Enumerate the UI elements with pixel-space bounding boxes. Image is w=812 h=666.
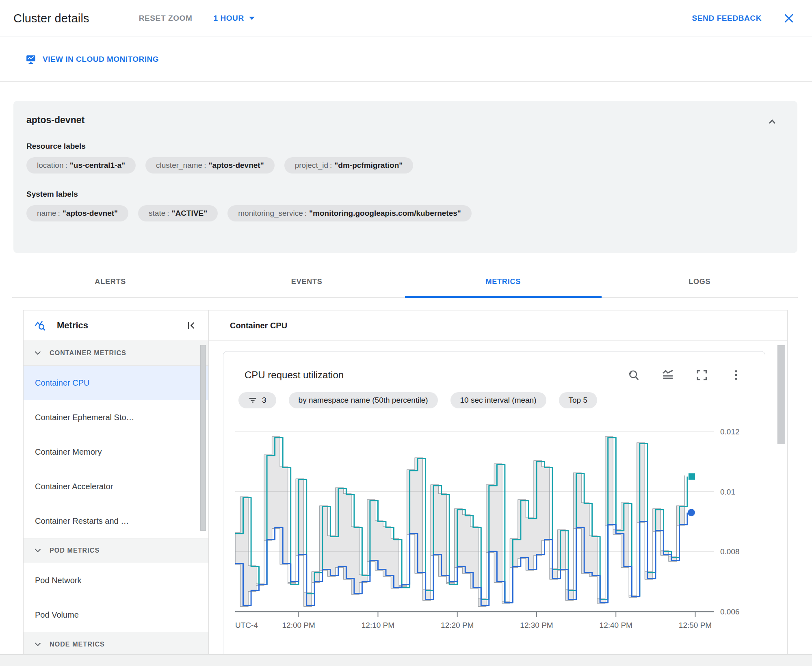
section-container-metrics[interactable]: CONTAINER METRICS [24, 341, 208, 366]
system-labels-row: name:"aptos-devnet" state:"ACTIVE" monit… [26, 205, 784, 221]
chevron-up-icon [767, 116, 778, 128]
sidebar-item-container-restarts[interactable]: Container Restarts and … [24, 504, 208, 538]
chart-card: CPU request utilization [223, 351, 765, 662]
view-in-cloud-monitoring-link[interactable]: VIEW IN CLOUD MONITORING [23, 54, 161, 65]
label-chip: cluster_name:"aptos-devnet" [145, 157, 275, 174]
top-n-chip[interactable]: Top 5 [559, 392, 597, 408]
time-range-button[interactable]: 1 HOUR [212, 11, 256, 25]
view-in-cloud-monitoring-label: VIEW IN CLOUD MONITORING [43, 55, 159, 64]
label-chip: location:"us-central1-a" [26, 157, 136, 174]
sidebar-item-container-accelerator[interactable]: Container Accelerator [24, 469, 208, 504]
chip-colon: : [65, 161, 67, 170]
chip-value: "dm-pcfmigration" [334, 161, 403, 170]
sidebar-item-container-memory[interactable]: Container Memory [24, 435, 208, 469]
interval-chip[interactable]: 10 sec interval (mean) [450, 392, 546, 408]
kebab-menu-icon [730, 369, 743, 382]
sidebar-item-pod-volume[interactable]: Pod Volume [24, 598, 208, 632]
chart-title: CPU request utilization [245, 369, 344, 381]
chart-filter-chips: 3 by namespace name (50th percentile) 10… [238, 392, 765, 408]
chip-value: "aptos-devnet" [208, 161, 264, 170]
fullscreen-button[interactable] [695, 369, 708, 382]
more-options-button[interactable] [730, 369, 743, 382]
chip-key: state [149, 209, 165, 218]
chip-colon: : [58, 209, 60, 218]
svg-text:12:20 PM: 12:20 PM [441, 621, 474, 629]
close-button[interactable] [780, 12, 797, 25]
detail-tabs: ALERTS EVENTS METRICS LOGS [12, 266, 798, 298]
svg-text:12:30 PM: 12:30 PM [520, 621, 553, 629]
tab-events[interactable]: EVENTS [209, 266, 405, 297]
filter-list-icon [248, 396, 257, 405]
resource-labels-heading: Resource labels [26, 142, 784, 151]
sidebar-scrollbar[interactable] [200, 345, 206, 531]
send-feedback-button[interactable]: SEND FEEDBACK [691, 11, 763, 25]
sidebar-title: Metrics [57, 320, 88, 331]
metrics-main-panel: Container CPU CPU request utilization [209, 310, 787, 662]
group-by-chip[interactable]: by namespace name (50th percentile) [289, 392, 438, 408]
chip-key: location [37, 161, 64, 170]
chip-key: project_id [295, 161, 328, 170]
section-label: NODE METRICS [50, 641, 105, 648]
chip-value: "us-central1-a" [70, 161, 125, 170]
sidebar-item-container-cpu[interactable]: Container CPU [24, 366, 208, 400]
cpu-utilization-chart[interactable]: 0.0120.010.0080.00612:00 PM12:10 PM12:20… [235, 426, 766, 633]
fullscreen-icon [695, 369, 708, 382]
collapse-left-icon [186, 320, 197, 331]
caret-down-icon [249, 17, 255, 20]
chip-value: "ACTIVE" [172, 209, 208, 218]
toggle-legend-button[interactable] [661, 369, 674, 382]
section-pod-metrics[interactable]: POD METRICS [24, 538, 208, 563]
reset-zoom-button[interactable]: RESET ZOOM [137, 11, 194, 25]
svg-text:12:50 PM: 12:50 PM [679, 621, 712, 629]
label-chip: name:"aptos-devnet" [26, 205, 128, 221]
legend-toggle-icon [661, 369, 674, 382]
chip-value: "monitoring.googleapis.com/kubernetes" [309, 209, 461, 218]
cluster-info-card: aptos-devnet Resource labels location:"u… [13, 101, 797, 253]
app-bar: Cluster details RESET ZOOM 1 HOUR SEND F… [0, 0, 812, 37]
svg-text:0.012: 0.012 [720, 427, 740, 436]
cluster-name: aptos-devnet [26, 115, 84, 126]
chip-colon: : [204, 161, 206, 170]
svg-text:0.008: 0.008 [720, 547, 740, 556]
selected-metric-header: Container CPU [209, 310, 787, 341]
tab-metrics[interactable]: METRICS [405, 266, 602, 297]
chip-colon: : [330, 161, 332, 170]
tab-alerts[interactable]: ALERTS [12, 266, 209, 297]
sidebar-item-pod-network[interactable]: Pod Network [24, 563, 208, 598]
chevron-down-icon [33, 546, 42, 555]
chip-key: name [37, 209, 56, 218]
svg-text:12:10 PM: 12:10 PM [362, 621, 394, 629]
metrics-content: Metrics CONTAINER METRICS Container CPU … [23, 310, 788, 662]
page-bottom-strip [0, 654, 812, 666]
monitoring-chart-icon [26, 54, 36, 65]
sidebar-item-container-ephemeral-storage[interactable]: Container Ephemeral Sto… [24, 400, 208, 435]
resource-labels-row: location:"us-central1-a" cluster_name:"a… [26, 157, 784, 174]
chart-toolbar [627, 369, 743, 382]
zoom-reset-button[interactable] [627, 369, 640, 382]
chip-value: "aptos-devnet" [63, 209, 118, 218]
filter-count: 3 [262, 396, 266, 405]
filter-count-chip[interactable]: 3 [238, 392, 276, 408]
chip-colon: : [167, 209, 169, 218]
metrics-explorer-icon [34, 319, 46, 332]
svg-text:12:00 PM: 12:00 PM [282, 621, 315, 629]
svg-text:0.01: 0.01 [720, 488, 735, 496]
collapse-panel-button[interactable] [765, 115, 780, 130]
chip-colon: : [305, 209, 307, 218]
label-chip: state:"ACTIVE" [138, 205, 218, 221]
collapse-sidebar-button[interactable] [186, 319, 198, 332]
page-title: Cluster details [13, 12, 89, 25]
chevron-down-icon [33, 640, 42, 649]
metrics-sidebar: Metrics CONTAINER METRICS Container CPU … [24, 310, 209, 662]
cluster-details-page: Cluster details RESET ZOOM 1 HOUR SEND F… [0, 0, 812, 666]
svg-text:UTC-4: UTC-4 [235, 621, 258, 629]
section-node-metrics[interactable]: NODE METRICS [24, 632, 208, 657]
section-label: POD METRICS [50, 547, 100, 554]
system-labels-heading: System labels [26, 190, 784, 199]
main-scrollbar[interactable] [777, 345, 785, 444]
tab-logs[interactable]: LOGS [602, 266, 798, 297]
action-bar: VIEW IN CLOUD MONITORING [0, 37, 812, 82]
close-icon [783, 12, 795, 24]
section-label: CONTAINER METRICS [50, 349, 126, 357]
label-chip: monitoring_service:"monitoring.googleapi… [227, 205, 472, 221]
